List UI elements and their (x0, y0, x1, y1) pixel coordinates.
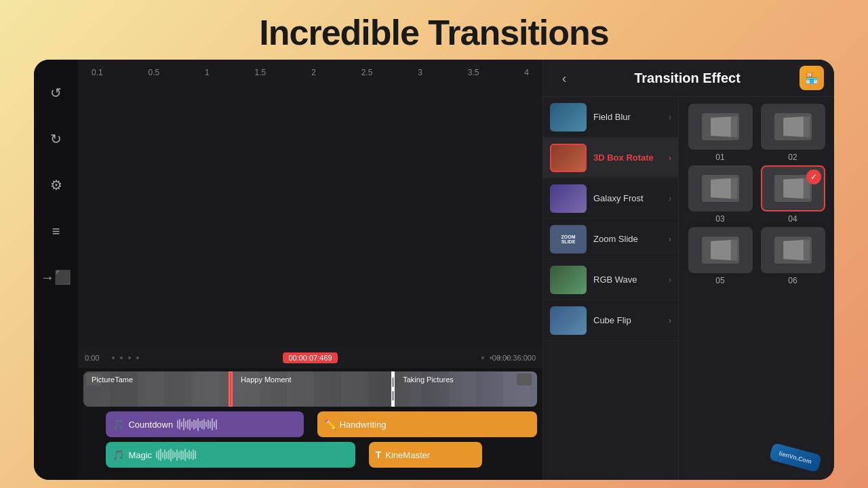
effect-thumb-galaxy-frost (550, 184, 587, 213)
chevron-icon-3d-box-rotate: › (669, 153, 671, 163)
ruler-mark: 0.5 (149, 68, 160, 77)
sub-effects-grid: 01 02 03 (679, 97, 834, 480)
sub-effect-05[interactable]: 05 (686, 227, 755, 285)
video-segment-1[interactable]: PictureTame (83, 371, 229, 407)
layers-icon[interactable]: ≡ (43, 218, 69, 244)
timeline-start-time: 0:00 (85, 354, 99, 362)
countdown-waveform (177, 418, 297, 431)
ruler-mark: 1.5 (255, 68, 267, 77)
effect-name-field-blur: Field Blur (593, 112, 662, 122)
chevron-icon-galaxy-frost: › (669, 194, 671, 203)
chevron-icon-zoom-slide: › (669, 235, 671, 244)
handwriting-icon: ✏️ (324, 419, 336, 430)
timeline-end-time: 00:00:36:000 (492, 354, 536, 362)
audio-tracks-2: 🎵 Magic T KineMaster (83, 442, 537, 468)
sub-thumb-02[interactable] (761, 104, 825, 150)
right-panel: ‹ Transition Effect 🏪 Field Blur › 3D Bo… (542, 60, 834, 480)
effect-name-zoom-slide: Zoom Slide (593, 234, 662, 244)
timeline-area: 0:00 00:00:07:469 00:00:36:000 (78, 348, 542, 480)
segment-divider-1 (229, 371, 233, 407)
effect-item-cube-flip[interactable]: Cube Flip › (543, 300, 678, 341)
sub-label-02: 02 (788, 152, 797, 162)
sub-effect-01[interactable]: 01 (686, 104, 755, 162)
effect-item-field-blur[interactable]: Field Blur › (543, 97, 678, 138)
back-button[interactable]: ‹ (553, 67, 575, 89)
cube-icon-02 (783, 117, 804, 137)
ruler-marks: 0.1 0.5 1 1.5 2 2.5 3 3.5 4 (92, 68, 529, 77)
settings-icon[interactable]: ⚙ (43, 172, 69, 198)
segment-pause (391, 371, 395, 407)
kinemaster-icon: T (376, 449, 382, 460)
sub-effect-03[interactable]: 03 (686, 165, 755, 224)
export-icon[interactable]: →⬛ (43, 264, 69, 290)
effect-thumb-3d-box-rotate (550, 144, 587, 172)
effect-item-rgb-wave[interactable]: RGB Wave › (543, 260, 678, 300)
effect-thumb-field-blur (550, 103, 587, 131)
sub-thumb-inner-06 (774, 237, 812, 264)
store-button[interactable]: 🏪 (800, 66, 824, 90)
effect-thumb-rgb-wave (550, 266, 587, 294)
video-preview-container: 0.1 0.5 1 1.5 2 2.5 3 3.5 4 (78, 60, 542, 348)
sub-effect-04[interactable]: ✓ 04 (758, 165, 827, 224)
timeline-tracks: PictureTame Happy Moment (78, 368, 542, 480)
ruler-mark: 4 (524, 68, 529, 77)
kinemaster-track[interactable]: T KineMaster (369, 442, 482, 468)
chevron-icon-rgb-wave: › (669, 275, 671, 285)
chevron-icon-field-blur: › (669, 113, 671, 122)
cube-icon-01 (711, 117, 731, 137)
playhead-time: 00:00:07:469 (283, 352, 337, 363)
ruler-mark: 2.5 (361, 68, 373, 77)
effect-name-3d-box-rotate: 3D Box Rotate (593, 152, 662, 163)
sub-effect-02[interactable]: 02 (758, 104, 827, 162)
sub-label-04: 04 (788, 214, 797, 224)
cube-icon-06 (783, 240, 804, 260)
segment-label-2: Happy Moment (237, 374, 296, 385)
sub-label-03: 03 (715, 214, 724, 224)
sub-thumb-inner-02 (774, 113, 812, 140)
ruler-mark: 3 (418, 68, 422, 77)
cube-icon-04 (783, 178, 804, 199)
panel-header: ‹ Transition Effect 🏪 (543, 60, 834, 97)
ruler-mark: 0.1 (92, 68, 103, 77)
sub-effect-06[interactable]: 06 (758, 227, 827, 285)
sub-thumb-04[interactable]: ✓ (761, 165, 825, 211)
left-sidebar: ↺ ↻ ⚙ ≡ →⬛ (34, 60, 78, 480)
sub-label-05: 05 (715, 276, 724, 285)
effect-name-cube-flip: Cube Flip (593, 315, 662, 325)
sub-thumb-inner-01 (702, 113, 739, 140)
video-segment-3[interactable]: Taking Pictures (395, 371, 537, 407)
effect-item-3d-box-rotate[interactable]: 3D Box Rotate › (543, 138, 678, 178)
sub-thumb-inner-05 (702, 237, 739, 264)
magic-label: Magic (128, 450, 152, 460)
segment-label-3: Taking Pictures (399, 374, 458, 385)
video-segment-2[interactable]: Happy Moment (233, 371, 391, 407)
sub-thumb-03[interactable] (688, 165, 753, 211)
sub-thumb-05[interactable] (688, 227, 753, 273)
countdown-track[interactable]: 🎵 Countdown (106, 411, 304, 437)
magic-track[interactable]: 🎵 Magic (106, 442, 355, 468)
countdown-icon: 🎵 (113, 419, 124, 430)
page-title: Incredible Transitions (259, 12, 608, 53)
effect-name-rgb-wave: RGB Wave (593, 274, 662, 285)
effect-thumb-cube-flip (550, 306, 587, 335)
undo-icon[interactable]: ↺ (43, 80, 69, 106)
ruler-mark: 3.5 (468, 68, 479, 77)
sub-thumb-06[interactable] (761, 227, 825, 273)
selected-check-icon: ✓ (806, 169, 821, 184)
effect-thumb-zoom-slide: ZOOMSLIDE (550, 225, 587, 253)
ruler-mark: 1 (205, 68, 210, 77)
handwriting-track[interactable]: ✏️ Handwriting (317, 411, 537, 437)
sub-thumb-01[interactable] (688, 104, 753, 150)
kinemaster-label: KineMaster (385, 450, 430, 460)
sub-thumb-inner-03 (702, 175, 739, 202)
panel-title: Transition Effect (582, 70, 793, 86)
effect-item-zoom-slide[interactable]: ZOOMSLIDE Zoom Slide › (543, 219, 678, 260)
ruler-mark: 2 (311, 68, 316, 77)
effect-item-galaxy-frost[interactable]: Galaxy Frost › (543, 178, 678, 219)
watermark-line1: lienVn.Com (778, 450, 812, 465)
redo-icon[interactable]: ↻ (43, 126, 69, 152)
handwriting-label: Handwriting (340, 420, 387, 430)
main-content: 0.1 0.5 1 1.5 2 2.5 3 3.5 4 0:00 (78, 60, 542, 480)
magic-icon: 🎵 (113, 449, 124, 460)
panel-body: Field Blur › 3D Box Rotate › Galaxy Fros… (543, 97, 834, 480)
